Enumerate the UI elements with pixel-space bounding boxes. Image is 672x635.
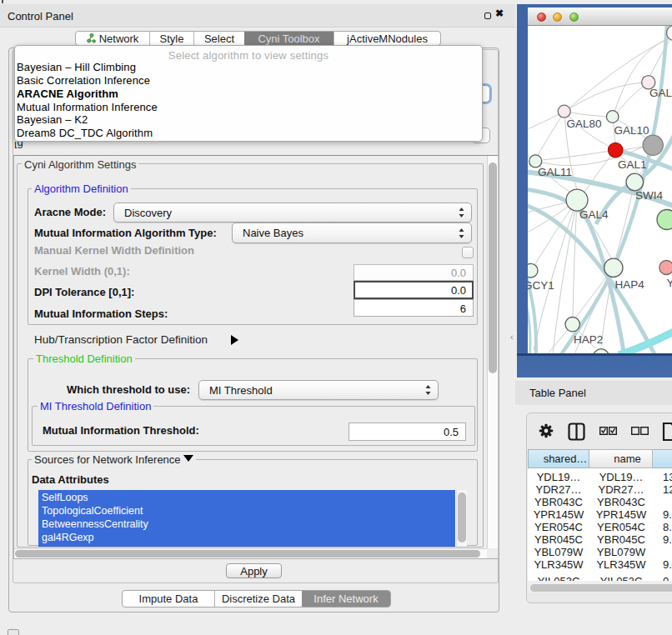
svg-text:HAP2: HAP2 (574, 333, 603, 346)
svg-text:GAL1: GAL1 (618, 158, 647, 171)
svg-text:GCY1: GCY1 (528, 279, 554, 292)
svg-text:SWI4: SWI4 (635, 189, 663, 202)
svg-text:GAL7: GAL7 (649, 87, 672, 99)
svg-text:GAL80: GAL80 (567, 118, 602, 130)
svg-text:HAP4: HAP4 (615, 278, 645, 291)
svg-text:GAL10: GAL10 (614, 124, 649, 137)
svg-text:GAL11: GAL11 (538, 166, 572, 178)
svg-text:GAL4: GAL4 (579, 208, 609, 221)
svg-text:Y: Y (667, 277, 672, 289)
